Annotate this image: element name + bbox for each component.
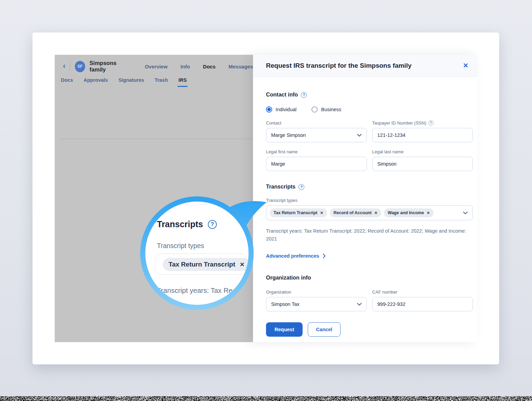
request-transcript-panel: Request IRS transcript for the Simpsons … [253,55,477,342]
panel-body: Contact info ? Individual Business Conta… [253,92,477,337]
contact-info-heading-label: Contact info [266,92,298,98]
radio-individual[interactable]: Individual [266,106,296,113]
panel-title: Request IRS transcript for the Simpsons … [266,62,411,69]
contact-select[interactable]: Marge Simpson [266,128,367,142]
subtabs-divider [61,139,253,139]
subtab-approvals[interactable]: Approvals [83,77,108,87]
chip-tax-return-transcript: Tax Return Transcript ✕ [270,208,327,217]
subtab-docs[interactable]: Docs [61,77,73,87]
magnified-transcripts-heading-label: Transcripts [157,219,203,229]
organization-info-heading-label: Organization info [266,275,311,281]
contact-info-help-icon[interactable]: ? [301,92,307,98]
first-name-group: Legal first name Marge [266,149,367,171]
magnified-help-icon: ? [208,220,217,229]
transcript-types-multiselect[interactable]: Tax Return Transcript ✕ Record of Accoun… [266,205,473,220]
active-tab-underline [177,86,188,87]
chip-label: Tax Return Transcript [274,210,317,215]
panel-header: Request IRS transcript for the Simpsons … [253,55,477,77]
transcript-types-label: Transcript types [266,198,473,203]
organization-select-value: Simpson Tax [271,301,300,307]
ssn-input-value: 121-12-1234 [377,132,405,138]
first-name-label: Legal first name [266,149,367,154]
caf-number-input[interactable]: 999-222-932 [372,297,473,311]
ssn-label: Taxpayer ID Number (SSN) ? [372,120,473,126]
radio-individual-dot [266,106,272,113]
chevron-down-icon [463,211,468,215]
transcripts-help-icon[interactable]: ? [298,184,304,190]
advanced-preferences-link[interactable]: Advanced preferences [266,253,326,259]
chevron-down-icon [357,134,362,137]
contact-select-value: Marge Simpson [271,132,306,138]
magnified-chip-remove-icon: ✕ [240,261,244,268]
subtab-irs-label: IRS [178,77,187,83]
subtab-trash[interactable]: Trash [155,77,168,87]
magnified-chip-tax-return-transcript: Tax Return Transcript ✕ [163,258,249,271]
contact-info-heading: Contact info ? [266,92,473,98]
chip-wage-and-income: Wage and Income ✕ [384,208,434,217]
tab-overview[interactable]: Overview [145,64,168,69]
ssn-input[interactable]: 121-12-1234 [372,128,473,142]
chevron-down-icon [357,303,362,306]
radio-business-dot [311,106,318,113]
organization-select[interactable]: Simpson Tax [266,297,367,311]
subtab-irs[interactable]: IRS [178,77,187,87]
top-tabs: Overview Info Docs Messages [145,64,253,69]
dimmed-background-screenshot: ‹ SF Simpsons family Overview Info Docs … [55,55,253,342]
client-name: Simpsons family [90,60,130,73]
contact-field-group: Contact Marge Simpson [266,120,367,142]
ssn-help-icon[interactable]: ? [428,120,434,126]
caf-number-group: CAF number 999-222-932 [372,289,473,311]
chip-record-of-account: Record of Account ✕ [330,208,382,217]
last-name-group: Legal last name Simpson [372,149,473,171]
action-buttons: Request Cancel [266,322,473,337]
transcripts-heading-label: Transcripts [266,184,295,190]
magnified-transcript-types-label: Transcript types [157,242,204,250]
contact-type-radios: Individual Business [266,106,473,113]
last-name-label: Legal last name [372,149,473,154]
magnified-chip-label: Tax Return Transcript [169,261,235,268]
magnified-transcript-types-field: Tax Return Transcript ✕ [155,254,247,275]
subtab-signatures[interactable]: Signatures [118,77,144,87]
noise-strip [0,396,532,401]
last-name-input[interactable]: Simpson [372,157,473,171]
radio-business-label: Business [321,107,341,112]
first-name-value: Marge [271,161,285,167]
client-header: ‹ SF Simpsons family Overview Info Docs … [55,55,253,73]
chip-label: Record of Account [334,210,372,215]
tab-docs[interactable]: Docs [203,64,216,69]
close-icon[interactable]: ✕ [462,60,470,71]
ssn-field-group: Taxpayer ID Number (SSN) ? 121-12-1234 [372,120,473,142]
radio-business[interactable]: Business [311,106,341,113]
magnifier-content: Transcripts ? Transcript types Tax Retur… [145,202,249,305]
transcripts-heading: Transcripts ? [266,184,473,190]
organization-info-heading: Organization info [266,275,473,281]
ssn-label-text: Taxpayer ID Number (SSN) [372,120,426,126]
tab-info[interactable]: Info [181,64,190,69]
advanced-preferences-label: Advanced preferences [266,253,319,259]
divider [70,62,70,70]
chip-label: Wage and Income [388,210,424,215]
chip-remove-icon[interactable]: ✕ [374,211,377,215]
radio-individual-label: Individual [276,107,296,112]
avatar: SF [75,61,85,72]
organization-label: Organization [266,289,367,295]
cancel-button[interactable]: Cancel [308,322,341,337]
organization-group: Organization Simpson Tax [266,289,367,311]
back-chevron-icon[interactable]: ‹ [63,62,65,70]
first-name-input[interactable]: Marge [266,157,367,171]
docs-subtabs: Docs Approvals Signatures Trash IRS [55,73,253,87]
caf-number-label: CAF number [372,289,473,295]
chip-remove-icon[interactable]: ✕ [320,211,323,215]
magnified-years-text: Transcript years: Tax Re [157,286,232,295]
chevron-right-icon [323,254,326,258]
chip-remove-icon[interactable]: ✕ [427,211,430,215]
last-name-value: Simpson [377,161,397,167]
request-button[interactable]: Request [266,322,303,337]
magnified-transcripts-heading: Transcripts ? [157,219,217,229]
contact-label: Contact [266,120,367,126]
transcript-years-summary: Transcript years: Tax Return Transcript:… [266,227,471,243]
caf-number-value: 999-222-932 [377,301,405,307]
tab-messages[interactable]: Messages [228,64,253,69]
